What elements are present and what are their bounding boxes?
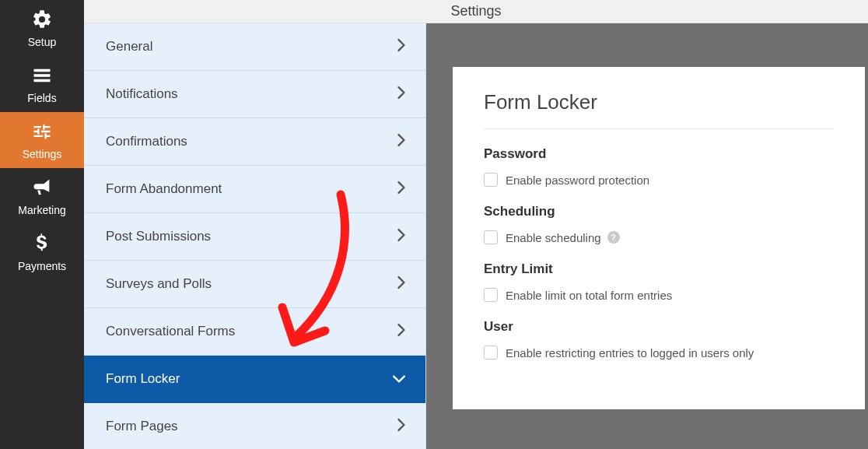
checkbox-scheduling[interactable] — [484, 230, 498, 244]
sidebar-label: Payments — [18, 260, 66, 272]
settings-item-form-abandonment[interactable]: Form Abandonment — [84, 166, 425, 213]
chevron-right-icon — [397, 86, 405, 103]
gear-icon — [31, 9, 53, 33]
sidebar-item-marketing[interactable]: Marketing — [0, 168, 84, 224]
sidebar-label: Settings — [23, 148, 62, 160]
settings-item-label: Confirmations — [106, 134, 187, 149]
scheduling-check-row: Enable scheduling ? — [484, 230, 834, 244]
settings-item-label: Surveys and Polls — [106, 276, 212, 292]
settings-item-label: Notifications — [106, 86, 178, 102]
sidebar-item-setup[interactable]: Setup — [0, 0, 84, 56]
user-check-row: Enable restricting entries to logged in … — [484, 346, 834, 360]
settings-item-form-pages[interactable]: Form Pages — [84, 403, 425, 449]
help-icon[interactable]: ? — [607, 231, 620, 244]
settings-item-label: Form Locker — [106, 371, 180, 387]
settings-item-form-locker[interactable]: Form Locker — [84, 356, 425, 403]
settings-item-label: Conversational Forms — [106, 324, 235, 339]
section-heading-entry-limit: Entry Limit — [484, 261, 834, 277]
sidebar-label: Setup — [28, 36, 57, 48]
checkbox-label: Enable limit on total form entries — [506, 289, 672, 302]
settings-submenu: General Notifications Confirmations Form… — [84, 23, 426, 449]
sidebar-item-payments[interactable]: Payments — [0, 224, 84, 280]
chevron-right-icon — [397, 324, 405, 340]
sidebar-item-settings[interactable]: Settings — [0, 112, 84, 168]
chevron-right-icon — [397, 276, 405, 293]
checkbox-label: Enable scheduling — [506, 231, 601, 244]
checkbox-password[interactable] — [484, 173, 498, 187]
settings-item-label: Form Pages — [106, 419, 178, 434]
chevron-right-icon — [397, 181, 405, 198]
sidebar-item-fields[interactable]: Fields — [0, 56, 84, 112]
sidebar-label: Marketing — [18, 204, 65, 216]
settings-item-confirmations[interactable]: Confirmations — [84, 118, 425, 166]
checkbox-label: Enable restricting entries to logged in … — [506, 346, 754, 360]
chevron-right-icon — [397, 229, 405, 245]
checkbox-user[interactable] — [484, 346, 498, 360]
settings-item-general[interactable]: General — [84, 23, 425, 71]
checkbox-label: Enable password protection — [506, 174, 649, 187]
section-heading-user: User — [484, 319, 834, 335]
settings-item-label: Post Submissions — [106, 229, 211, 244]
chevron-right-icon — [397, 39, 405, 55]
section-heading-password: Password — [484, 146, 834, 162]
checkbox-entry-limit[interactable] — [484, 288, 498, 302]
chevron-down-icon — [393, 371, 405, 387]
sidebar-label: Fields — [27, 92, 56, 104]
section-heading-scheduling: Scheduling — [484, 204, 834, 219]
settings-item-label: General — [106, 39, 152, 54]
settings-item-conversational-forms[interactable]: Conversational Forms — [84, 308, 425, 356]
password-check-row: Enable password protection — [484, 173, 834, 187]
settings-item-post-submissions[interactable]: Post Submissions — [84, 213, 425, 261]
main-area: Settings General Notifications Confirmat… — [84, 0, 868, 449]
content-row: General Notifications Confirmations Form… — [84, 23, 868, 449]
card-title: Form Locker — [484, 90, 834, 129]
chevron-right-icon — [397, 134, 405, 150]
page-title-bar: Settings — [84, 0, 868, 23]
form-locker-card: Form Locker Password Enable password pro… — [453, 67, 865, 409]
bullhorn-icon — [31, 177, 53, 201]
chevron-right-icon — [397, 419, 405, 435]
settings-item-notifications[interactable]: Notifications — [84, 71, 425, 118]
dollar-icon — [33, 233, 51, 257]
page-title: Settings — [450, 3, 501, 19]
settings-item-surveys-polls[interactable]: Surveys and Polls — [84, 261, 425, 308]
right-pane: Form Locker Password Enable password pro… — [426, 23, 868, 449]
list-form-icon — [31, 65, 53, 89]
settings-item-label: Form Abandonment — [106, 181, 222, 197]
primary-sidebar: Setup Fields Settings Marketing Payments — [0, 0, 84, 449]
entry-limit-check-row: Enable limit on total form entries — [484, 288, 834, 302]
sliders-icon — [31, 121, 53, 145]
